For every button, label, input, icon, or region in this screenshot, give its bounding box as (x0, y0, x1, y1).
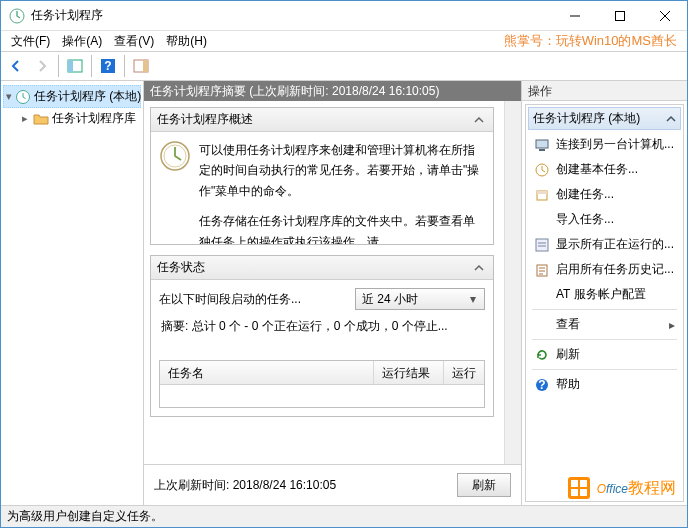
console-tree[interactable]: ▾ 任务计划程序 (本地) ▸ 任务计划程序库 (1, 81, 144, 505)
collapse-icon[interactable] (471, 261, 487, 275)
status-range-combo[interactable]: 近 24 小时 ▾ (355, 288, 485, 310)
center-body[interactable]: 任务计划程序概述 可以使用任务计划程序来创建和管理计算机将在所指定的时间自动执行… (144, 101, 504, 464)
center-footer: 上次刷新时间: 2018/8/24 16:10:05 刷新 (144, 464, 521, 505)
action-import-task[interactable]: 导入任务... (526, 207, 683, 232)
computer-icon (534, 137, 550, 153)
col-task-name[interactable]: 任务名 (160, 361, 374, 384)
tree-library-node[interactable]: ▸ 任务计划程序库 (3, 108, 141, 129)
actions-group-header[interactable]: 任务计划程序 (本地) (528, 107, 681, 130)
chevron-up-icon (666, 114, 676, 124)
status-summary: 摘要: 总计 0 个 - 0 个正在运行，0 个成功，0 个停止... (161, 316, 483, 336)
svg-rect-11 (536, 140, 548, 148)
action-connect[interactable]: 连接到另一台计算机... (526, 132, 683, 157)
expander-icon[interactable]: ▸ (19, 112, 30, 125)
action-help[interactable]: ?帮助 (526, 372, 683, 397)
nav-back-button[interactable] (4, 54, 28, 78)
window-title: 任务计划程序 (31, 7, 552, 24)
svg-text:?: ? (104, 59, 111, 73)
vertical-scrollbar[interactable] (504, 101, 521, 464)
refresh-icon (534, 347, 550, 363)
svg-rect-3 (68, 60, 73, 72)
refresh-button[interactable]: 刷新 (457, 473, 511, 497)
help-toolbar-button[interactable]: ? (96, 54, 120, 78)
blank-icon (534, 287, 550, 303)
menu-view[interactable]: 查看(V) (108, 31, 160, 52)
svg-rect-12 (539, 149, 545, 151)
svg-rect-15 (537, 191, 547, 194)
tree-root-label: 任务计划程序 (本地) (34, 88, 141, 105)
status-group: 任务状态 在以下时间段启动的任务... 近 24 小时 ▾ (150, 255, 494, 417)
actions-pane: 操作 任务计划程序 (本地) 连接到另一台计算机... 创建基本任务... 创建… (522, 81, 687, 505)
status-text: 为高级用户创建自定义任务。 (7, 508, 163, 525)
toolbar: ? (1, 51, 687, 81)
app-icon (9, 8, 25, 24)
svg-rect-7 (143, 60, 148, 72)
overview-group: 任务计划程序概述 可以使用任务计划程序来创建和管理计算机将在所指定的时间自动执行… (150, 107, 494, 245)
create-task-icon (534, 187, 550, 203)
last-refresh-text: 上次刷新时间: 2018/8/24 16:10:05 (154, 477, 447, 494)
status-bar: 为高级用户创建自定义任务。 (1, 505, 687, 527)
blank-icon (534, 317, 550, 333)
status-title: 任务状态 (157, 259, 205, 276)
svg-rect-1 (615, 11, 624, 20)
clock-large-icon (159, 140, 191, 172)
overview-paragraph-2: 任务存储在任务计划程序库的文件夹中。若要查看单独任务上的操作或执行该操作，请 (199, 211, 485, 244)
history-icon (534, 262, 550, 278)
status-table[interactable]: 任务名 运行结果 运行 (159, 360, 485, 408)
col-run[interactable]: 运行 (444, 361, 484, 384)
collapse-icon[interactable] (471, 113, 487, 127)
overview-paragraph-1: 可以使用任务计划程序来创建和管理计算机将在所指定的时间自动执行的常见任务。若要开… (199, 140, 485, 201)
chevron-right-icon: ▸ (669, 318, 675, 332)
center-pane: 任务计划程序摘要 (上次刷新时间: 2018/8/24 16:10:05) 任务… (144, 81, 522, 505)
menu-help[interactable]: 帮助(H) (160, 31, 213, 52)
chevron-down-icon: ▾ (466, 289, 480, 309)
scheduler-icon (15, 89, 31, 105)
help-icon: ? (534, 377, 550, 393)
action-enable-history[interactable]: 启用所有任务历史记... (526, 257, 683, 282)
nav-forward-button[interactable] (30, 54, 54, 78)
watermark-text: 熊掌号：玩转Win10的MS酋长 (504, 32, 677, 50)
import-icon (534, 212, 550, 228)
actions-pane-title: 操作 (522, 81, 687, 101)
menu-action[interactable]: 操作(A) (56, 31, 108, 52)
overview-title: 任务计划程序概述 (157, 111, 253, 128)
site-logo: OOfficeffice教程网 (565, 474, 676, 502)
action-create-basic-task[interactable]: 创建基本任务... (526, 157, 683, 182)
action-view[interactable]: 查看▸ (526, 312, 683, 337)
maximize-button[interactable] (597, 1, 642, 30)
show-hide-tree-button[interactable] (63, 54, 87, 78)
action-refresh[interactable]: 刷新 (526, 342, 683, 367)
logo-icon (565, 474, 593, 502)
svg-rect-16 (536, 239, 548, 251)
show-hide-actions-button[interactable] (129, 54, 153, 78)
svg-rect-21 (571, 480, 578, 487)
action-show-running[interactable]: 显示所有正在运行的... (526, 232, 683, 257)
combo-value: 近 24 小时 (362, 289, 466, 309)
minimize-button[interactable] (552, 1, 597, 30)
tree-root-node[interactable]: ▾ 任务计划程序 (本地) (3, 85, 141, 108)
expander-icon[interactable]: ▾ (6, 90, 12, 103)
svg-rect-23 (571, 489, 578, 496)
action-create-task[interactable]: 创建任务... (526, 182, 683, 207)
svg-text:?: ? (538, 378, 545, 392)
tree-library-label: 任务计划程序库 (52, 110, 136, 127)
basic-task-icon (534, 162, 550, 178)
running-tasks-icon (534, 237, 550, 253)
svg-rect-24 (580, 489, 587, 496)
status-range-label: 在以下时间段启动的任务... (159, 289, 345, 309)
title-bar: 任务计划程序 (1, 1, 687, 31)
col-run-result[interactable]: 运行结果 (374, 361, 444, 384)
svg-rect-22 (580, 480, 587, 487)
folder-icon (33, 111, 49, 127)
action-at-service[interactable]: AT 服务帐户配置 (526, 282, 683, 307)
menu-bar: 文件(F) 操作(A) 查看(V) 帮助(H) 熊掌号：玩转Win10的MS酋长 (1, 31, 687, 51)
menu-file[interactable]: 文件(F) (5, 31, 56, 52)
summary-header: 任务计划程序摘要 (上次刷新时间: 2018/8/24 16:10:05) (144, 81, 521, 101)
close-button[interactable] (642, 1, 687, 30)
